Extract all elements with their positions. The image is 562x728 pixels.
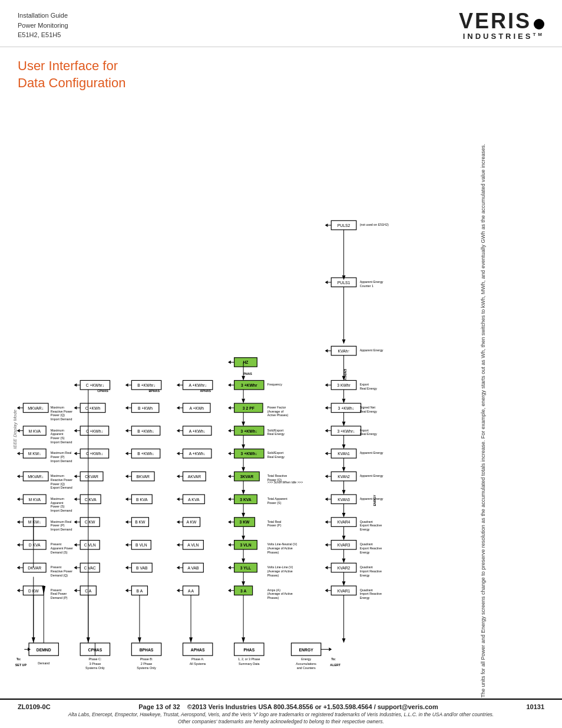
svg-text:Demand: Demand [38,661,49,664]
svg-text:Phases): Phases) [267,550,279,554]
svg-text:3 +KWh↓: 3 +KWh↓ [241,452,257,456]
svg-text:Apparent Energy: Apparent Energy [360,279,384,283]
svg-text:3 Phase: 3 Phase [90,661,101,665]
svg-marker-379 [342,339,346,344]
svg-text:Power (S): Power (S) [51,505,65,508]
svg-text:MKVAR↓: MKVAR↓ [28,475,44,479]
svg-marker-336 [325,429,328,432]
svg-text:Systems Only: Systems Only [85,666,105,670]
svg-text:D KVA: D KVA [29,543,41,547]
svg-text:Total Real: Total Real [267,519,282,523]
svg-text:3 +KWh↓: 3 +KWh↓ [241,429,257,433]
svg-marker-324 [325,566,328,569]
svg-text:(Average of Active: (Average of Active [267,569,293,572]
svg-text:3 YLL: 3 YLL [240,566,251,570]
svg-text:PULS1: PULS1 [338,280,351,284]
svg-marker-429 [242,513,245,518]
page-title: User Interface for Data Configuration [18,58,544,91]
svg-marker-181 [125,429,128,432]
svg-text:Power (P): Power (P) [51,455,65,459]
right-note: The units for all Power and Energy scree… [480,144,550,703]
svg-text:3 +KWhr: 3 +KWhr [241,383,257,387]
svg-marker-101 [17,406,20,410]
svg-text:A +KWh: A +KWh [189,406,204,410]
svg-text:Quadrant: Quadrant [360,565,373,569]
svg-marker-135 [74,475,77,478]
svg-marker-344 [325,223,328,227]
svg-text:Maximum: Maximum [51,405,65,409]
svg-text:Maximum: Maximum [51,428,65,431]
svg-text:All Systems: All Systems [190,661,206,665]
svg-text:1, 2, or 3 Phase: 1, 2, or 3 Phase [238,657,260,660]
svg-text:Power (P): Power (P) [267,523,282,527]
svg-text:B +KWhr↓: B +KWhr↓ [137,383,156,387]
svg-text:A +KWhr↓: A +KWhr↓ [189,383,207,387]
svg-marker-263 [228,452,231,455]
svg-text:Quadrant: Quadrant [360,519,373,523]
svg-text:C VLN: C VLN [84,543,96,547]
svg-text:Maximum: Maximum [51,474,65,477]
svg-text:3 A: 3 A [240,588,246,592]
svg-marker-391 [342,490,346,495]
svg-marker-406 [32,637,35,643]
svg-marker-332 [325,475,328,478]
svg-text:To:: To: [331,657,336,660]
svg-text:Import Demand: Import Demand [51,528,72,531]
svg-text:A KW: A KW [187,520,197,524]
svg-text:Demand (P): Demand (P) [51,596,68,599]
svg-marker-427 [242,490,245,495]
svg-text:Maximum: Maximum [51,496,65,500]
svg-text:APHAS: APHAS [200,388,211,392]
main-content: DEMND CPHAS BPHAS APHAS PHAS ENRGY Deman… [0,97,562,717]
svg-text:Phases): Phases) [267,573,279,577]
logo-industries: INDUSTRIESTM [463,32,544,41]
svg-marker-95 [17,475,20,478]
svg-text:M KW↓: M KW↓ [28,452,41,456]
svg-text:KVAh2: KVAh2 [338,475,350,479]
svg-marker-257 [228,520,231,523]
page-title-line1: User Interface for [18,58,544,75]
svg-text:Maximum Real: Maximum Real [51,519,71,523]
svg-marker-435 [242,581,245,586]
svg-marker-412 [189,637,193,643]
svg-text:C KW: C KW [85,520,95,524]
svg-text:C VAC: C VAC [84,566,96,570]
svg-text:B +KWh↓: B +KWh↓ [137,429,154,433]
svg-text:Present: Present [51,565,62,569]
svg-marker-417 [242,375,245,380]
svg-marker-334 [325,452,328,455]
svg-text:C +KWhr↓: C +KWhr↓ [86,383,104,387]
svg-marker-93 [17,498,20,501]
footer-main: ZL0109-0C Page 13 of 32 ©2013 Veris Indu… [18,703,544,710]
svg-text:Reactive Power: Reactive Power [51,569,72,572]
svg-marker-265 [228,429,231,432]
svg-marker-133 [74,498,77,501]
svg-text:B A: B A [137,588,143,592]
svg-text:Export Reactive: Export Reactive [360,546,382,550]
svg-text:Apparent Energy: Apparent Energy [360,451,384,454]
svg-text:Import Reactive: Import Reactive [360,569,382,572]
logo-veris: VERIS [459,11,544,32]
svg-text:B +KWh↓: B +KWh↓ [137,452,154,456]
svg-marker-87 [17,566,20,569]
svg-text:Apparent: Apparent [51,432,64,436]
svg-text:3 +KWhr↓: 3 +KWhr↓ [337,429,355,433]
svg-marker-389 [342,467,346,472]
svg-text:Apparent Energy: Apparent Energy [360,348,384,352]
footer-center: Page 13 of 32 ©2013 Veris Industries USA… [138,703,438,710]
svg-marker-226 [177,383,180,387]
svg-text:KVAR2: KVAR2 [338,566,351,570]
svg-marker-167 [125,588,128,592]
svg-text:BKVAR: BKVAR [136,475,150,479]
svg-text:Reactive Power: Reactive Power [51,477,72,481]
svg-text:M KVA: M KVA [28,497,41,501]
svg-marker-328 [325,520,328,523]
svg-text:A A: A A [188,588,194,592]
svg-text:3 VLN: 3 VLN [240,543,251,547]
svg-text:C +KWh↓: C +KWh↓ [86,429,103,433]
svg-text:Energy: Energy [360,596,370,599]
svg-text:HZ: HZ [243,360,248,364]
svg-marker-410 [138,637,141,643]
svg-text:Export Reactive: Export Reactive [360,523,382,527]
svg-marker-431 [242,535,245,540]
